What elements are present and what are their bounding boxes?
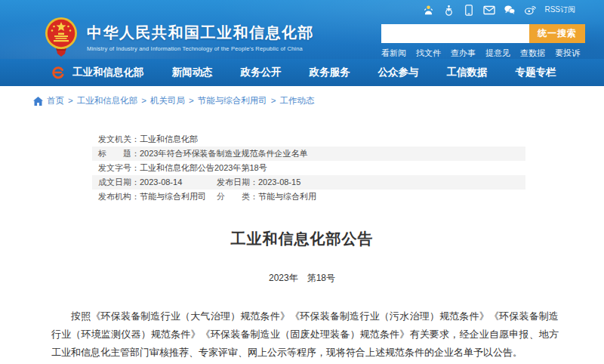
breadcrumb: 首页>工业和信息化部>机关司局>节能与综合利用司>工作动态> bbox=[0, 86, 604, 106]
nav-item[interactable]: 工信数据 bbox=[447, 66, 488, 79]
quick-link[interactable]: 查数据 bbox=[520, 48, 545, 59]
mobile-icon[interactable] bbox=[463, 4, 475, 16]
breadcrumb-item: 首页> bbox=[47, 96, 77, 105]
meta-cell: 发文字号：工业和信息化部公告2023年第18号 bbox=[98, 162, 267, 174]
breadcrumb-link[interactable]: 节能与综合利用司 bbox=[198, 96, 267, 105]
meta-row: 标 题：2023年符合环保装备制造业规范条件企业名单 bbox=[92, 147, 525, 161]
mail-icon[interactable] bbox=[483, 4, 495, 16]
doc-meta-table: 发文机关：工业和信息化部 标 题：2023年符合环保装备制造业规范条件企业名单 … bbox=[92, 132, 525, 204]
national-emblem-icon bbox=[42, 17, 80, 57]
breadcrumb-separator: > bbox=[141, 96, 146, 105]
meta-value: 2023-08-15 bbox=[258, 177, 300, 187]
meta-row: 发布机构：节能与综合利用司 分 类：节能与综合利用 bbox=[92, 190, 525, 204]
content: 首页>工业和信息化部>机关司局>节能与综合利用司>工作动态> 发文机关：工业和信… bbox=[0, 86, 604, 364]
breadcrumb-items: 首页>工业和信息化部>机关司局>节能与综合利用司>工作动态> bbox=[47, 95, 314, 106]
search-area: 统一搜索 看新闻找文件查办事提意见查数据要投诉 bbox=[381, 24, 585, 59]
nav-item[interactable]: 政务服务 bbox=[310, 66, 350, 79]
document-title: 工业和信息化部公告 bbox=[0, 229, 604, 249]
site-header: RSS订阅 中华人民共和国工业和信息化部 bbox=[0, 0, 604, 59]
page: RSS订阅 中华人民共和国工业和信息化部 bbox=[0, 0, 604, 364]
meta-value: 工业和信息化部公告2023年第18号 bbox=[140, 163, 267, 172]
meta-cell: 发文机关：工业和信息化部 bbox=[98, 134, 217, 145]
home-icon[interactable] bbox=[33, 97, 43, 106]
meta-value: 节能与综合利用司 bbox=[140, 192, 206, 201]
topbar: RSS订阅 bbox=[422, 4, 575, 16]
meta-label: 发布日期： bbox=[217, 177, 258, 187]
breadcrumb-link[interactable]: 首页 bbox=[47, 96, 64, 105]
meta-cell: 分 类：节能与综合利用 bbox=[217, 191, 316, 202]
breadcrumb-separator: > bbox=[271, 96, 276, 105]
nav-item[interactable]: 政务公开 bbox=[241, 66, 282, 79]
meta-label: 成文日期： bbox=[98, 177, 140, 187]
quick-link[interactable]: 提意见 bbox=[485, 48, 510, 59]
main-nav: 工业和信息化部新闻动态政务公开政务服务公众参与工信数据专题专栏 bbox=[0, 59, 604, 86]
nav-logo-icon bbox=[50, 64, 66, 81]
sign-language-icon[interactable] bbox=[422, 4, 434, 16]
brand-text: 中华人民共和国工业和信息化部 Ministry of Industry and … bbox=[87, 23, 314, 52]
meta-label: 发文机关： bbox=[98, 134, 140, 143]
meta-label: 发文字号： bbox=[98, 163, 140, 172]
brand: 中华人民共和国工业和信息化部 Ministry of Industry and … bbox=[42, 17, 314, 57]
document-body: 按照《环保装备制造行业（大气治理）规范条件》《环保装备制造行业（污水治理）规范条… bbox=[0, 285, 604, 364]
breadcrumb-item: 工业和信息化部> bbox=[77, 96, 150, 105]
meta-row: 发文字号：工业和信息化部公告2023年第18号 bbox=[92, 161, 525, 175]
nav-item[interactable]: 新闻动态 bbox=[172, 66, 213, 79]
breadcrumb-item: 节能与综合利用司> bbox=[198, 96, 280, 105]
rss-link[interactable]: RSS订阅 bbox=[544, 5, 575, 15]
document-number: 2023年 第18号 bbox=[0, 272, 604, 285]
site-subtitle: Ministry of Industry and Information Tec… bbox=[87, 45, 314, 52]
meta-value: 2023-08-14 bbox=[140, 177, 182, 187]
breadcrumb-separator: > bbox=[189, 96, 194, 105]
quick-link[interactable]: 看新闻 bbox=[381, 48, 406, 59]
quick-link[interactable]: 要投诉 bbox=[555, 48, 580, 59]
breadcrumb-link[interactable]: 工业和信息化部 bbox=[77, 96, 138, 105]
paragraph: 按照《环保装备制造行业（大气治理）规范条件》《环保装备制造行业（污水治理）规范条… bbox=[51, 307, 559, 362]
meta-row: 发文机关：工业和信息化部 bbox=[92, 132, 525, 147]
breadcrumb-separator: > bbox=[68, 96, 73, 105]
breadcrumb-link[interactable]: 机关司局 bbox=[150, 96, 185, 105]
meta-label: 发布机构： bbox=[98, 192, 140, 201]
meta-row: 成文日期：2023-08-14 发布日期：2023-08-15 bbox=[92, 175, 525, 190]
meta-cell: 发布机构：节能与综合利用司 bbox=[98, 191, 217, 202]
wechat-icon[interactable] bbox=[504, 4, 516, 16]
quick-link[interactable]: 查办事 bbox=[451, 48, 476, 59]
meta-label: 标 题： bbox=[98, 149, 140, 158]
meta-cell: 标 题：2023年符合环保装备制造业规范条件企业名单 bbox=[98, 148, 307, 159]
site-title: 中华人民共和国工业和信息化部 bbox=[87, 23, 314, 43]
breadcrumb-item: 工作动态> bbox=[279, 96, 314, 105]
meta-value: 工业和信息化部 bbox=[140, 134, 198, 143]
nav-item[interactable]: 公众参与 bbox=[378, 66, 419, 79]
weibo-icon[interactable] bbox=[524, 4, 536, 16]
meta-cell: 发布日期：2023-08-15 bbox=[217, 177, 300, 188]
search-button[interactable]: 统一搜索 bbox=[529, 24, 585, 43]
accessibility-icon[interactable] bbox=[442, 4, 455, 16]
nav-item[interactable]: 专题专栏 bbox=[516, 66, 556, 79]
meta-cell: 成文日期：2023-08-14 bbox=[98, 177, 217, 188]
quick-link[interactable]: 找文件 bbox=[416, 48, 441, 59]
meta-value: 2023年符合环保装备制造业规范条件企业名单 bbox=[140, 149, 307, 158]
quick-links: 看新闻找文件查办事提意见查数据要投诉 bbox=[381, 48, 585, 59]
breadcrumb-link[interactable]: 工作动态 bbox=[279, 96, 314, 105]
meta-value: 节能与综合利用 bbox=[258, 192, 316, 201]
nav-items: 工业和信息化部新闻动态政务公开政务服务公众参与工信数据专题专栏 bbox=[72, 66, 584, 79]
breadcrumb-item: 机关司局> bbox=[150, 96, 198, 105]
meta-label: 分 类： bbox=[217, 192, 258, 201]
search-input[interactable] bbox=[381, 24, 529, 43]
nav-item[interactable]: 工业和信息化部 bbox=[72, 66, 144, 79]
